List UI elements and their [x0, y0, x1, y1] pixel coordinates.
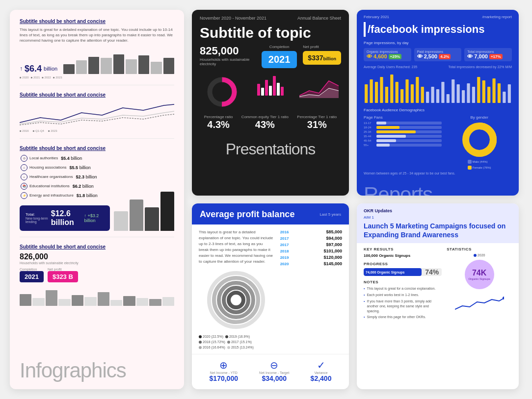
gender-male-label: Male (44%) [473, 160, 488, 163]
section1-bar-chart [63, 50, 174, 74]
okr-notes: This layout is great for a concise expla… [364, 286, 442, 320]
infographic-section-3: Subtitle should be short and concise ⊙Lo… [20, 146, 174, 237]
fb-avg-note: Average Daily Users Reached: 235 [364, 65, 417, 69]
pres-donut-svg [206, 76, 238, 108]
okr-header-label: OKR Updates [364, 208, 512, 213]
svg-rect-25 [472, 87, 475, 103]
fb-demo-title: Facebook Audience Demographics [364, 108, 512, 112]
infographics-label: Infographics [10, 354, 184, 389]
year-2020-dot: 2020 [474, 253, 485, 257]
okr-key-results: KEY RESULTS 100,000 Organic Signups [364, 247, 442, 258]
svg-rect-19 [441, 82, 444, 103]
stat-circle: 74K Organic Signups [465, 260, 494, 289]
profit-right: 2016 $85,000 2017 $94,000 2017 $97,000 2… [280, 229, 342, 349]
infographic-section-2: Subtitle should be short and concise ■ 2… [20, 92, 174, 139]
pres-profit-val: $337billion [303, 51, 341, 65]
pres-bottom-stats: Percentage ratio 4.3% Common equity Tier… [192, 111, 349, 135]
table-row: +Healthcare organisations $2.3 billion [21, 174, 109, 180]
minus-icon: ⊖ [259, 359, 289, 371]
profit-title: Average profit balance [200, 209, 294, 220]
profit-year-2016: 2016 $85,000 [280, 229, 342, 234]
okr-result-1: 100,000 Organic Signups [364, 253, 442, 258]
svg-rect-17 [431, 87, 434, 103]
svg-rect-7 [380, 77, 383, 103]
svg-rect-21 [452, 79, 454, 103]
profit-year-2017a: 2017 $94,000 [280, 236, 342, 241]
section4-title: Subtitle should be short and concise [20, 244, 174, 249]
profit-desc: This layout is great for a detailed expl… [199, 229, 273, 265]
section2-line-chart [20, 100, 174, 127]
svg-rect-28 [487, 87, 490, 103]
svg-rect-13 [411, 84, 414, 103]
svg-rect-14 [416, 77, 419, 103]
fb-bar-chart [357, 70, 519, 104]
svg-rect-11 [400, 89, 403, 103]
plus-icon: ⊕ [210, 359, 238, 371]
pres-chart-row [192, 73, 349, 111]
pres-stat-households: 825,000 Households with sustainable elec… [200, 45, 256, 66]
fb-gender-chart: By gender Male (44%) [447, 115, 512, 170]
profit-bottom: ⊕ Net Income - YTD $170,000 ⊖ Net Income… [192, 354, 349, 389]
total-label: Total: [26, 212, 51, 217]
pres-year: 2021 [262, 51, 297, 68]
pres-header: November 2020 - November 2021 Annual Bal… [192, 10, 349, 25]
check-icon: ✓ [311, 359, 332, 371]
svg-rect-5 [370, 79, 372, 103]
education-icon: 📚 [21, 183, 27, 190]
profit-header: Average profit balance Last 5 years [192, 203, 349, 224]
fb-metrics: Organic impressions 👁 4,600 +25% Paid im… [357, 48, 519, 65]
housing-icon: ⌂ [21, 164, 27, 171]
section1-subtitle: This layout is great for a detailed expl… [20, 27, 174, 44]
total-change: ↑ +$3.2 billion [84, 213, 104, 223]
profit-left: This layout is great for a detailed expl… [199, 229, 273, 349]
svg-rect-18 [436, 89, 439, 103]
okr-mini-line-chart [455, 292, 504, 312]
fb-date: February 2021 [364, 15, 389, 19]
profit-legend: 2020 (22.5%) 2019 (16.9%) 2018 (15.72%) … [199, 335, 273, 349]
svg-rect-10 [396, 82, 399, 103]
svg-rect-30 [498, 83, 501, 103]
pres-bars-chart [248, 76, 293, 108]
pres-title: Subtitle of topic [192, 25, 349, 45]
okr-year-dots: 2020 [474, 253, 485, 257]
section4-stat: 826,000 [20, 252, 174, 261]
pres-pct3: Percentage Tier 1 ratio 31% [297, 115, 337, 130]
fb-demographics: Facebook Audience Demographics Page Fans… [357, 104, 519, 178]
profit-year-2019: 2019 $120,000 [280, 255, 342, 260]
infographic-section-1: Subtitle should be short and concise Thi… [20, 19, 174, 85]
svg-point-40 [229, 293, 243, 307]
svg-rect-6 [375, 82, 378, 103]
total-row: Total: New long-term lending $12.6 billi… [20, 205, 110, 231]
svg-rect-20 [447, 94, 450, 103]
svg-rect-29 [492, 78, 495, 103]
table-row: ⌂Housing associations $5.5 billion [21, 164, 109, 171]
svg-rect-9 [390, 75, 393, 103]
svg-rect-23 [462, 90, 465, 103]
completion-val: 2021 [20, 271, 44, 282]
fb-metric-organic: Organic impressions 👁 4,600 +25% [364, 48, 411, 61]
fb-metric-total: Total impressions 👁 7,000 +17% [464, 48, 512, 61]
fb-metric-paid: Paid impressions 👁 2,500 4.2% [414, 48, 462, 61]
svg-rect-26 [477, 77, 480, 103]
svg-rect-27 [482, 80, 485, 103]
fb-type: /marketing report [482, 15, 512, 19]
profit-label: Net profit [48, 268, 78, 271]
fb-header: February 2021 /marketing report [357, 10, 519, 22]
section1-stat: ↑ $6.4 billion [20, 64, 57, 74]
concentric-chart [199, 271, 273, 329]
table-row: ⚡Energy and infrastructure $1.8 billion [21, 192, 109, 199]
okr-header: OKR Updates AIM 1 Launch 5 Marketing Cam… [357, 203, 519, 243]
healthcare-icon: + [21, 174, 27, 180]
okr-note-3: If you have more than 3 points, simply a… [364, 299, 442, 313]
pres-donut [200, 76, 244, 108]
pres-profit-label: Net profit [303, 45, 341, 49]
section1-title: Subtitle should be short and concise [20, 19, 174, 24]
section4-bars [20, 286, 174, 306]
svg-rect-22 [457, 84, 460, 103]
section3-title: Subtitle should be short and concise [20, 146, 174, 151]
table-row: 📚Educational institutions $6.2 billion [21, 183, 109, 190]
svg-rect-15 [421, 87, 424, 103]
section4-stat-label: Households with sustainable electricity [20, 261, 174, 265]
profit-header-link: Last 5 years [319, 212, 341, 217]
completion-label: Completion [20, 268, 44, 271]
